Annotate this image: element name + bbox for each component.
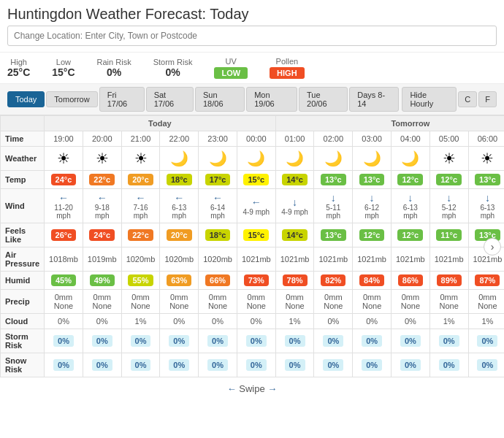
cell-time-5: 00:00 xyxy=(237,131,275,147)
cell-time-3: 22:00 xyxy=(160,131,199,147)
tab-sat[interactable]: Sat 17/06 xyxy=(146,87,194,112)
cell-wind-1: ←9-18 mph xyxy=(83,189,121,223)
swipe-left-icon: ← xyxy=(227,383,237,394)
cell-time-8: 03:00 xyxy=(353,131,392,147)
cell-precip-7: 0mmNone xyxy=(314,290,353,314)
tab-fahrenheit[interactable]: F xyxy=(478,91,497,107)
row-precip: Precip0mmNone0mmNone0mmNone0mmNone0mmNon… xyxy=(1,290,505,314)
high-value: 25°C xyxy=(7,66,30,78)
tab-mon[interactable]: Mon 19/06 xyxy=(246,87,297,112)
pollen-summary: Pollen HIGH xyxy=(270,57,305,79)
uv-summary: UV LOW xyxy=(214,57,248,79)
temp-label: Temp xyxy=(1,171,45,189)
cell-temp-7: 13°c xyxy=(314,171,353,189)
tab-tue[interactable]: Tue 20/06 xyxy=(299,87,348,112)
row-pressure: Air Pressure1018mb1019mb1020mb1020mb1020… xyxy=(1,247,505,272)
cell-pressure-0: 1018mb xyxy=(45,247,83,272)
cell-pressure-5: 1021mb xyxy=(237,247,275,272)
cell-cloud-11: 1% xyxy=(468,314,504,329)
cell-temp-11: 13°c xyxy=(468,171,504,189)
feels-label: Feels Like xyxy=(1,223,45,247)
location-input[interactable] xyxy=(7,26,497,46)
cell-weather-2: ☀ xyxy=(121,147,160,171)
cell-humid-9: 86% xyxy=(391,272,429,290)
tab-tomorrow[interactable]: Tomorrow xyxy=(46,91,97,107)
cell-humid-8: 84% xyxy=(353,272,392,290)
cell-wind-3: ←6-13 mph xyxy=(160,189,199,223)
cell-weather-3: 🌙 xyxy=(160,147,199,171)
row-wind: Wind←11-20 mph←9-18 mph←7-16 mph←6-13 mp… xyxy=(1,189,505,223)
forecast-table: TodayTomorrowTime19:0020:0021:0022:0023:… xyxy=(0,115,504,377)
low-label: Low xyxy=(52,58,75,66)
tab-days[interactable]: Days 8-14 xyxy=(349,87,399,112)
cell-precip-0: 0mmNone xyxy=(45,290,83,314)
cell-wind-10: ↓5-12 mph xyxy=(429,189,468,223)
cell-precip-4: 0mmNone xyxy=(199,290,237,314)
cell-cloud-1: 0% xyxy=(83,314,121,329)
cell-humid-0: 45% xyxy=(45,272,83,290)
cell-feels-1: 24°c xyxy=(83,223,121,247)
cell-temp-3: 18°c xyxy=(160,171,199,189)
storm-label: Storm Risk xyxy=(153,58,193,66)
storm-value: 0% xyxy=(153,66,193,78)
uv-badge: LOW xyxy=(214,67,248,79)
swipe-bar: ← Swipe → xyxy=(0,377,504,400)
cell-cloud-3: 0% xyxy=(160,314,199,329)
row-temp: Temp24°c22°c20°c18°c17°c15°c14°c13°c13°c… xyxy=(1,171,505,189)
tab-celsius[interactable]: C xyxy=(458,91,477,107)
cell-temp-8: 13°c xyxy=(353,171,392,189)
cell-snow-4: 0% xyxy=(199,353,237,377)
cell-pressure-10: 1021mb xyxy=(429,247,468,272)
cell-humid-2: 55% xyxy=(121,272,160,290)
cell-time-4: 23:00 xyxy=(199,131,237,147)
cell-snow-2: 0% xyxy=(121,353,160,377)
cell-storm-4: 0% xyxy=(199,329,237,353)
next-button[interactable]: › xyxy=(484,238,501,256)
cell-time-10: 05:00 xyxy=(429,131,468,147)
cell-feels-6: 14°c xyxy=(275,223,314,247)
cell-pressure-9: 1021mb xyxy=(391,247,429,272)
cell-temp-6: 14°c xyxy=(275,171,314,189)
humid-label: Humid xyxy=(1,272,45,290)
cell-feels-4: 18°c xyxy=(199,223,237,247)
cell-precip-10: 0mmNone xyxy=(429,290,468,314)
tab-fri[interactable]: Fri 17/06 xyxy=(99,87,145,112)
cell-precip-9: 0mmNone xyxy=(391,290,429,314)
storm-label: Storm Risk xyxy=(1,329,45,353)
cell-pressure-3: 1020mb xyxy=(160,247,199,272)
precip-label: Precip xyxy=(1,290,45,314)
cell-storm-7: 0% xyxy=(314,329,353,353)
cell-cloud-6: 1% xyxy=(275,314,314,329)
cell-wind-11: ↓6-13 mph xyxy=(468,189,504,223)
cell-snow-1: 0% xyxy=(83,353,121,377)
cell-wind-4: ←6-14 mph xyxy=(199,189,237,223)
wind-label: Wind xyxy=(1,189,45,223)
cell-weather-0: ☀ xyxy=(45,147,83,171)
tab-today[interactable]: Today xyxy=(7,91,45,107)
cell-humid-1: 49% xyxy=(83,272,121,290)
cell-wind-2: ←7-16 mph xyxy=(121,189,160,223)
tab-hide-hourly[interactable]: Hide Hourly xyxy=(402,87,457,112)
cell-storm-3: 0% xyxy=(160,329,199,353)
row-cloud: Cloud0%0%1%0%0%0%1%0%0%0%1%1%0% xyxy=(1,314,505,329)
cell-temp-1: 22°c xyxy=(83,171,121,189)
cell-cloud-4: 0% xyxy=(199,314,237,329)
cell-weather-1: ☀ xyxy=(83,147,121,171)
swipe-label: Swipe xyxy=(239,383,264,394)
cell-snow-6: 0% xyxy=(275,353,314,377)
tab-sun[interactable]: Sun 18/06 xyxy=(195,87,245,112)
cell-precip-8: 0mmNone xyxy=(353,290,392,314)
rain-summary: Rain Risk 0% xyxy=(97,58,131,78)
cell-precip-6: 0mmNone xyxy=(275,290,314,314)
cell-weather-5: 🌙 xyxy=(237,147,275,171)
cell-storm-0: 0% xyxy=(45,329,83,353)
pollen-badge: HIGH xyxy=(270,67,305,79)
cell-cloud-7: 0% xyxy=(314,314,353,329)
row-snow: Snow Risk0%0%0%0%0%0%0%0%0%0%0%0%0% xyxy=(1,353,505,377)
cell-snow-11: 0% xyxy=(468,353,504,377)
cell-snow-10: 0% xyxy=(429,353,468,377)
page-title: Huntingdon Weather Forecast: Today xyxy=(0,0,504,26)
cell-wind-9: ↓6-13 mph xyxy=(391,189,429,223)
swipe-right-icon: → xyxy=(267,383,277,394)
cell-snow-9: 0% xyxy=(391,353,429,377)
